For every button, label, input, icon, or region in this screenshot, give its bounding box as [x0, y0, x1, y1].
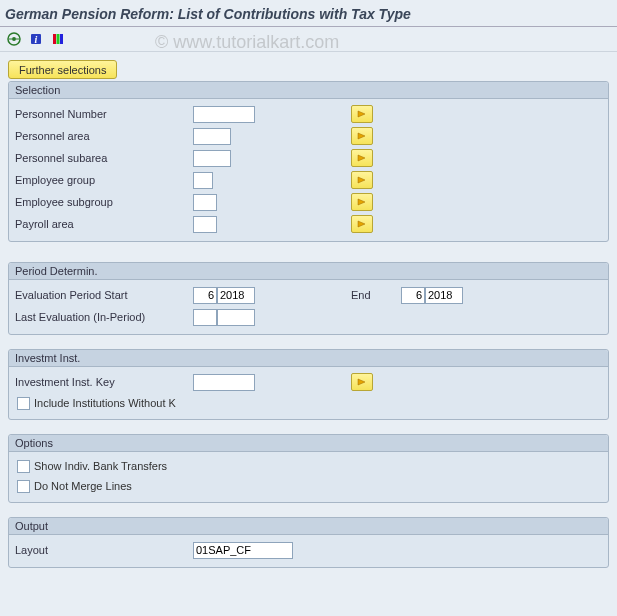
- employee-group-label: Employee group: [15, 174, 193, 186]
- layout-label: Layout: [15, 544, 193, 556]
- last-eval-month-input[interactable]: [193, 309, 217, 326]
- options-header: Options: [9, 435, 608, 452]
- svg-marker-14: [358, 221, 365, 227]
- period-group: Period Determin. Evaluation Period Start…: [8, 262, 609, 335]
- personnel-area-multi-button[interactable]: [351, 127, 373, 145]
- period-header: Period Determin.: [9, 263, 608, 280]
- selection-header: Selection: [9, 82, 608, 99]
- toolbar: i: [0, 27, 617, 52]
- eval-start-label: Evaluation Period Start: [15, 289, 193, 301]
- eval-end-label: End: [351, 289, 371, 301]
- payroll-area-multi-button[interactable]: [351, 215, 373, 233]
- personnel-subarea-multi-button[interactable]: [351, 149, 373, 167]
- last-eval-year-input[interactable]: [217, 309, 255, 326]
- personnel-number-multi-button[interactable]: [351, 105, 373, 123]
- include-institutions-label: Include Institutions Without K: [34, 397, 176, 409]
- personnel-subarea-label: Personnel subarea: [15, 152, 193, 164]
- personnel-area-label: Personnel area: [15, 130, 193, 142]
- svg-rect-7: [57, 34, 60, 44]
- payroll-area-input[interactable]: [193, 216, 217, 233]
- eval-start-month-input[interactable]: [193, 287, 217, 304]
- employee-subgroup-multi-button[interactable]: [351, 193, 373, 211]
- window-title: German Pension Reform: List of Contribut…: [0, 0, 617, 27]
- svg-text:i: i: [35, 34, 38, 45]
- no-merge-label: Do Not Merge Lines: [34, 480, 132, 492]
- investmt-key-multi-button[interactable]: [351, 373, 373, 391]
- no-merge-checkbox[interactable]: [17, 480, 30, 493]
- selection-group: Selection Personnel Number Personnel are…: [8, 81, 609, 242]
- investmt-header: Investmt Inst.: [9, 350, 608, 367]
- eval-start-year-input[interactable]: [217, 287, 255, 304]
- investmt-key-label: Investment Inst. Key: [15, 376, 193, 388]
- employee-subgroup-label: Employee subgroup: [15, 196, 193, 208]
- payroll-area-label: Payroll area: [15, 218, 193, 230]
- svg-marker-12: [358, 177, 365, 183]
- variant-icon[interactable]: [49, 30, 67, 48]
- personnel-area-input[interactable]: [193, 128, 231, 145]
- output-group: Output Layout: [8, 517, 609, 568]
- svg-marker-10: [358, 133, 365, 139]
- eval-end-year-input[interactable]: [425, 287, 463, 304]
- info-icon[interactable]: i: [27, 30, 45, 48]
- investmt-key-input[interactable]: [193, 374, 255, 391]
- last-eval-label: Last Evaluation (In-Period): [15, 311, 193, 323]
- further-selections-button[interactable]: Further selections: [8, 60, 117, 79]
- svg-point-1: [12, 37, 16, 41]
- employee-subgroup-input[interactable]: [193, 194, 217, 211]
- options-group: Options Show Indiv. Bank Transfers Do No…: [8, 434, 609, 503]
- show-indiv-label: Show Indiv. Bank Transfers: [34, 460, 167, 472]
- svg-rect-8: [60, 34, 63, 44]
- output-header: Output: [9, 518, 608, 535]
- employee-group-multi-button[interactable]: [351, 171, 373, 189]
- personnel-number-input[interactable]: [193, 106, 255, 123]
- execute-icon[interactable]: [5, 30, 23, 48]
- include-institutions-checkbox[interactable]: [17, 397, 30, 410]
- eval-end-month-input[interactable]: [401, 287, 425, 304]
- svg-marker-11: [358, 155, 365, 161]
- employee-group-input[interactable]: [193, 172, 213, 189]
- svg-marker-15: [358, 379, 365, 385]
- personnel-number-label: Personnel Number: [15, 108, 193, 120]
- show-indiv-checkbox[interactable]: [17, 460, 30, 473]
- svg-rect-6: [53, 34, 56, 44]
- investmt-group: Investmt Inst. Investment Inst. Key Incl…: [8, 349, 609, 420]
- svg-marker-9: [358, 111, 365, 117]
- personnel-subarea-input[interactable]: [193, 150, 231, 167]
- svg-marker-13: [358, 199, 365, 205]
- layout-input[interactable]: [193, 542, 293, 559]
